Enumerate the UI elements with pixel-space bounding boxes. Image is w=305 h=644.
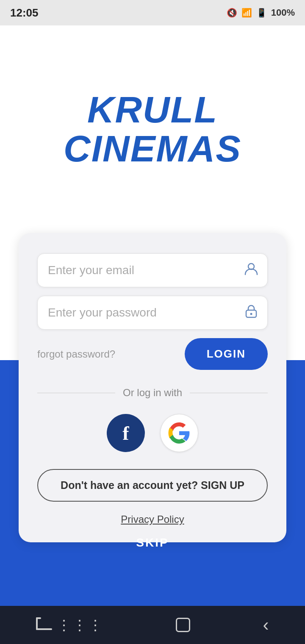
lock-icon: [244, 304, 258, 322]
divider-right: [190, 393, 268, 393]
mute-icon: 🔇: [227, 8, 237, 18]
skip-button[interactable]: SKIP: [0, 536, 305, 550]
nav-menu-button[interactable]: ⋮⋮⋮: [36, 616, 103, 634]
signup-button[interactable]: Don't have an account yet? SIGN UP: [37, 469, 268, 502]
status-icons: 🔇 📶 📱 100%: [227, 7, 295, 18]
status-time: 12:05: [10, 6, 39, 19]
email-input-group: [37, 253, 268, 287]
svg-rect-5: [36, 628, 52, 630]
forgot-password-link[interactable]: forgot password?: [37, 348, 115, 360]
privacy-policy-link[interactable]: Privacy Policy: [37, 514, 268, 525]
top-section: KRULL CINEMAS: [0, 25, 305, 233]
home-icon: [176, 618, 190, 632]
divider-text: Or log in with: [123, 387, 182, 399]
app-logo: KRULL CINEMAS: [64, 90, 241, 169]
signal-icon: 📱: [256, 8, 267, 18]
divider-row: Or log in with: [37, 387, 268, 399]
divider-left: [37, 393, 115, 393]
facebook-login-button[interactable]: f: [107, 414, 145, 452]
logo-line1: KRULL: [64, 90, 241, 129]
logo-line2: CINEMAS: [64, 129, 241, 168]
battery-label: 100%: [271, 7, 295, 18]
google-icon: [168, 422, 190, 444]
back-icon: ‹: [263, 615, 269, 635]
status-bar: 12:05 🔇 📶 📱 100%: [0, 0, 305, 25]
signup-label: Don't have an account yet? SIGN UP: [61, 479, 244, 491]
login-button[interactable]: LOGIN: [185, 338, 268, 370]
nav-back-button[interactable]: ‹: [263, 615, 269, 635]
email-input[interactable]: [37, 253, 268, 287]
google-login-button[interactable]: [160, 414, 198, 452]
login-card: forgot password? LOGIN Or log in with f …: [19, 233, 286, 542]
svg-rect-4: [36, 617, 38, 630]
nav-home-button[interactable]: [176, 618, 190, 632]
social-row: f: [37, 414, 268, 452]
password-input-group: [37, 296, 268, 330]
menu-icon: ⋮⋮⋮: [57, 617, 104, 633]
wifi-icon: 📶: [241, 8, 252, 18]
nav-bar: ⋮⋮⋮ ‹: [0, 606, 305, 644]
action-row: forgot password? LOGIN: [37, 338, 268, 370]
svg-point-2: [250, 313, 252, 315]
password-input[interactable]: [37, 296, 268, 330]
facebook-icon: f: [122, 422, 129, 444]
user-icon: [244, 261, 258, 279]
